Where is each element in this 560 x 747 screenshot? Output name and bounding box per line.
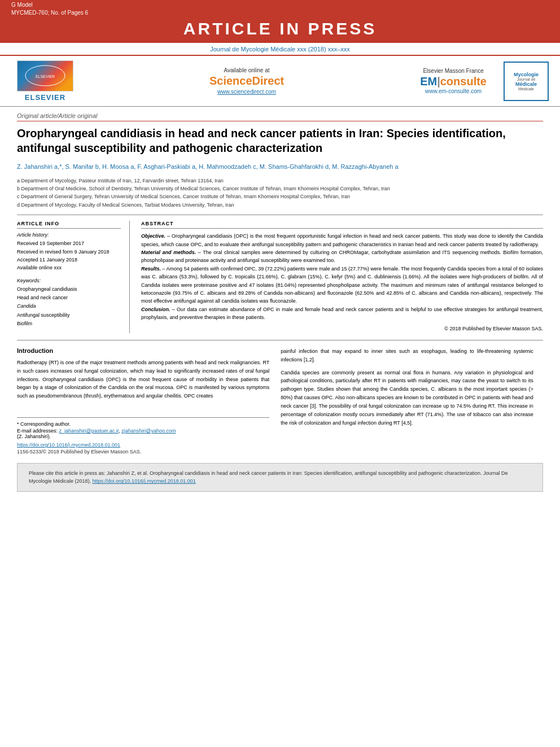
revised-date: Received in revised form 9 January 2018 [17,248,121,256]
article-type: Original article/Article original [17,112,543,121]
abstract-results: Results. – Among 54 patients with confir… [141,265,543,305]
received-date: Received 19 September 2017 [17,239,121,247]
keyword-5: Biofilm [17,320,121,328]
model-line1: G Model [11,1,88,9]
elsevier-label: ELSEVIER [25,93,65,102]
abstract-text: Objective. – Oropharyngeal candidiasis (… [141,232,543,333]
article-info-abstract: ARTICLE INFO Article history: Received 1… [17,221,543,333]
email-2[interactable]: zjahanshiri@yahoo.com [121,428,176,434]
intro-heading: Introduction [17,347,269,354]
mycologie-badge: Mycologie Journal de Médicale Médicale [504,62,549,101]
available-online-text: Available online at [224,67,270,73]
footer-doi[interactable]: https://doi.org/10.1016/j.mycmed.2018.01… [93,478,196,484]
affil-a: a Department of Mycology, Pasteur Instit… [17,177,543,185]
history-label: Article history: [17,232,121,238]
footnote-star: * Corresponding author. [17,421,269,427]
accepted-date: Accepted 11 January 2018 [17,256,121,264]
intro-left-col: Introduction Radiotherapy (RT) is one of… [17,347,269,455]
available-online: Available online xxx [17,264,121,272]
keywords-section: Keywords: Oropharyngeal candidiasis Head… [17,278,121,328]
keywords-label: Keywords: [17,278,121,283]
abstract-panel: ABSTRACT Objective. – Oropharyngeal cand… [141,221,543,333]
footer-citation-bar: Please cite this article in press as: Ja… [17,463,543,492]
abstract-copyright: © 2018 Published by Elsevier Masson SAS. [141,325,543,333]
article-info-title: ARTICLE INFO [17,221,121,229]
journal-title: Journal de Mycologie Médicale xxx (2018)… [0,43,560,56]
page: G Model MYCMED-760; No. of Pages 6 ARTIC… [0,0,560,747]
intro-right-col: painful infection that may expand to inn… [281,347,533,455]
main-content: Original article/Article original Oropha… [0,107,560,497]
article-info-panel: ARTICLE INFO Article history: Received 1… [17,221,130,333]
abstract-title: ABSTRACT [141,221,543,229]
intro-left-text: Radiotherapy (RT) is one of the major tr… [17,359,269,400]
introduction-section: Introduction Radiotherapy (RT) is one of… [17,347,543,455]
history-section: Article history: Received 19 September 2… [17,232,121,272]
affil-b: b Department of Oral Medicine, School of… [17,185,543,193]
publisher-area: ELSEVIER ELSEVIER Available online at Sc… [0,56,560,107]
email-addresses: E-mail addresses: z_jahanshiri@pastuer.a… [17,428,269,434]
keyword-2: Head and neck cancer [17,294,121,302]
em-consulte-logo: EM|consulte [420,75,487,88]
svg-text:ELSEVIER: ELSEVIER [36,75,55,78]
keyword-4: Antifungal susceptibility [17,311,121,320]
authors: Z. Jahanshiri a,*, S. Manifar b, H. Moos… [17,162,543,172]
sciencedirect-url[interactable]: www.sciencedirect.com [217,89,276,95]
email-suffix: (Z. Jahanshiri). [17,434,269,439]
keyword-1: Oropharyngeal candidiasis [17,285,121,294]
intro-right-text: painful infection that may expand to inn… [281,347,533,427]
abstract-methods: Material and methods. – The oral clinica… [141,248,543,265]
affil-c: c Department of General Surgery, Tehran … [17,193,543,200]
elsevier-logo: ELSEVIER ELSEVIER [11,60,79,102]
footnote-area: * Corresponding author. E-mail addresses… [17,417,269,455]
article-title: Oropharyngeal candidiasis in head and ne… [17,126,543,155]
article-in-press-banner: ARTICLE IN PRESS [11,17,549,43]
abstract-objective: Objective. – Oropharyngeal candidiasis (… [141,232,543,248]
keyword-3: Candida [17,302,121,311]
affil-d: d Department of Mycology, Faculty of Med… [17,201,543,209]
doi-link[interactable]: https://doi.org/10.1016/j.mycmed.2018.01… [17,442,269,448]
section-divider [17,340,543,340]
issn-text: 1156-5233/© 2018 Published by Elsevier M… [17,449,269,455]
masson-title: Elsevier Masson France [423,68,483,74]
affiliations: a Department of Mycology, Pasteur Instit… [17,177,543,216]
em-url[interactable]: www.em-consulte.com [425,88,482,94]
sciencedirect-logo: ScienceDirect [209,75,284,88]
email-1[interactable]: z_jahanshiri@pastuer.ac.ir [59,428,119,434]
model-line2: MYCMED-760; No. of Pages 6 [11,9,88,17]
abstract-conclusion: Conclusion. – Our data can estimate abun… [141,305,543,322]
